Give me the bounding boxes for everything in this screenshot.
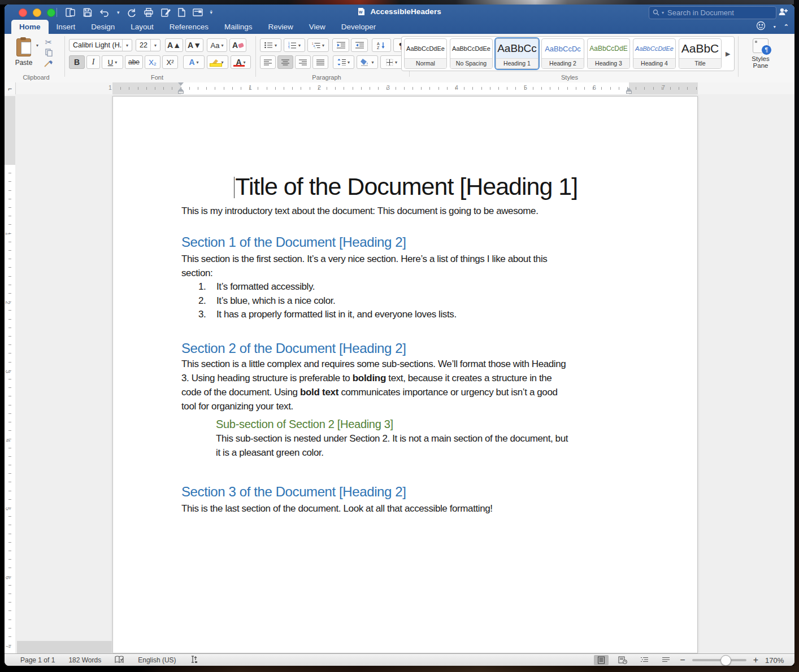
first-line-indent-marker[interactable]: [178, 82, 184, 86]
underline-caret: ▾: [115, 60, 117, 65]
tab-layout[interactable]: Layout: [123, 20, 162, 34]
borders-button[interactable]: ▾: [380, 55, 403, 69]
copy-button[interactable]: [42, 49, 55, 59]
outline-view-button[interactable]: [637, 655, 652, 665]
change-case-button[interactable]: Aa▾: [207, 38, 227, 52]
style-normal[interactable]: AaBbCcDdEe Normal: [404, 38, 447, 69]
desktop-wallpaper-right: [794, 0, 799, 672]
format-painter-icon: [44, 60, 53, 71]
style-title[interactable]: AaBbC Title: [679, 38, 722, 69]
section2-heading: Section 2 of the Document [Heading 2]: [181, 340, 630, 357]
document-canvas[interactable]: Title of the Document [Heading 1] This i…: [15, 94, 794, 653]
svg-text:i: i: [315, 47, 315, 49]
tab-view[interactable]: View: [301, 20, 333, 34]
style-heading2[interactable]: AaBbCcDc Heading 2: [541, 38, 584, 69]
grow-font-button[interactable]: A▲: [165, 38, 183, 52]
tab-home[interactable]: Home: [11, 20, 49, 34]
clear-formatting-button[interactable]: A: [229, 38, 246, 52]
font-name-select[interactable]: Calibri Light (H... ▾: [69, 39, 132, 51]
eraser-icon: [238, 42, 244, 48]
style-heading3[interactable]: AaBbCcDdE Heading 3: [587, 38, 630, 69]
tab-references[interactable]: References: [162, 20, 216, 34]
bold-button[interactable]: B: [69, 55, 85, 69]
style-no-spacing[interactable]: AaBbCcDdEe No Spacing: [450, 38, 493, 69]
bullets-caret: ▾: [275, 43, 277, 48]
font-name-value: Calibri Light (H...: [70, 41, 122, 49]
multilevel-caret: ▾: [322, 43, 324, 48]
track-changes-icon[interactable]: [190, 655, 198, 665]
tab-developer[interactable]: Developer: [333, 20, 384, 34]
shrink-font-glyph: A▼: [188, 41, 201, 50]
font-color-button[interactable]: A▾: [231, 55, 251, 69]
decrease-indent-button[interactable]: [332, 38, 349, 52]
tab-review[interactable]: Review: [260, 20, 301, 34]
ribbon-right-controls: ▾ ⌃: [756, 21, 789, 33]
spellcheck-icon[interactable]: [115, 656, 124, 665]
hanging-indent-marker[interactable]: [178, 88, 184, 94]
increase-indent-button[interactable]: [351, 38, 368, 52]
horizontal-ruler[interactable]: 1 1 2 3 4 5 6 7 ⌐: [5, 82, 794, 95]
web-layout-view-button[interactable]: [615, 655, 630, 665]
font-size-select[interactable]: 22 ▾: [136, 39, 160, 51]
gallery-more-arrow[interactable]: ▶: [726, 50, 730, 58]
word-count[interactable]: 182 Words: [68, 656, 101, 664]
paste-button[interactable]: Paste: [12, 38, 35, 71]
vertical-ruler[interactable]: 1 2 3 4 5 6 7: [5, 94, 16, 653]
align-left-button[interactable]: [260, 55, 276, 69]
paste-dropdown-caret[interactable]: ▾: [36, 43, 38, 48]
feedback-smiley-icon[interactable]: [756, 21, 766, 33]
align-center-button[interactable]: [277, 55, 293, 69]
multilevel-list-button[interactable]: 1ai▾: [307, 38, 329, 52]
align-right-button[interactable]: [295, 55, 311, 69]
subscript-button[interactable]: X₂: [145, 55, 160, 69]
cut-button[interactable]: ✂: [42, 37, 55, 47]
underline-glyph: U: [108, 58, 113, 67]
styles-pane-icon: ¶: [753, 38, 768, 53]
zoom-slider-knob[interactable]: [720, 655, 731, 666]
page-count[interactable]: Page 1 of 1: [20, 656, 55, 664]
highlight-button[interactable]: ▾: [207, 55, 228, 69]
sort-button[interactable]: AZ: [372, 38, 391, 52]
feedback-caret[interactable]: ▾: [774, 24, 776, 29]
style-label: Title: [679, 58, 721, 68]
zoom-out-button[interactable]: −: [680, 655, 685, 665]
tab-design[interactable]: Design: [83, 20, 123, 34]
underline-button[interactable]: U▾: [102, 55, 123, 69]
tab-mailings[interactable]: Mailings: [216, 20, 260, 34]
font-color-bar: [233, 65, 245, 67]
draft-view-button[interactable]: [658, 655, 673, 665]
shading-button[interactable]: ▾: [357, 55, 378, 69]
right-indent-marker[interactable]: [626, 88, 632, 94]
shading-caret: ▾: [371, 60, 374, 65]
document-page[interactable]: Title of the Document [Heading 1] This i…: [112, 96, 698, 653]
collapse-ribbon-icon[interactable]: ⌃: [784, 23, 789, 30]
copy-icon: [45, 49, 53, 59]
print-layout-view-button[interactable]: [594, 655, 609, 665]
italic-button[interactable]: I: [86, 55, 100, 69]
highlight-color-bar: [210, 63, 222, 67]
justify-button[interactable]: [312, 55, 328, 69]
shrink-font-button[interactable]: A▼: [185, 38, 203, 52]
search-scope-caret[interactable]: ▾: [662, 10, 664, 15]
font-size-value: 22: [136, 41, 150, 49]
search-box[interactable]: ▾: [649, 6, 776, 19]
superscript-button[interactable]: X²: [162, 55, 178, 69]
bullets-button[interactable]: ▾: [260, 38, 281, 52]
tab-stop-selector[interactable]: ⌐: [5, 82, 16, 94]
search-input[interactable]: [666, 8, 772, 18]
style-heading4[interactable]: AaBbCcDdEe Heading 4: [633, 38, 676, 69]
tab-insert[interactable]: Insert: [49, 20, 84, 34]
share-button[interactable]: [778, 7, 789, 19]
zoom-slider[interactable]: [692, 659, 746, 661]
strikethrough-button[interactable]: abe: [125, 55, 143, 69]
line-spacing-button[interactable]: ▾: [333, 55, 354, 69]
format-painter-button[interactable]: [42, 60, 55, 70]
zoom-percentage[interactable]: 170%: [765, 656, 787, 665]
numbering-button[interactable]: 123▾: [284, 38, 305, 52]
styles-pane-button[interactable]: ¶ Styles Pane: [742, 38, 779, 69]
text-effects-button[interactable]: A▾: [183, 55, 205, 69]
language-indicator[interactable]: English (US): [138, 656, 176, 664]
zoom-in-button[interactable]: +: [753, 655, 758, 665]
v-ruler-top-margin-zone: [5, 96, 15, 165]
style-heading1-selected[interactable]: AaBbCc Heading 1: [496, 38, 539, 69]
